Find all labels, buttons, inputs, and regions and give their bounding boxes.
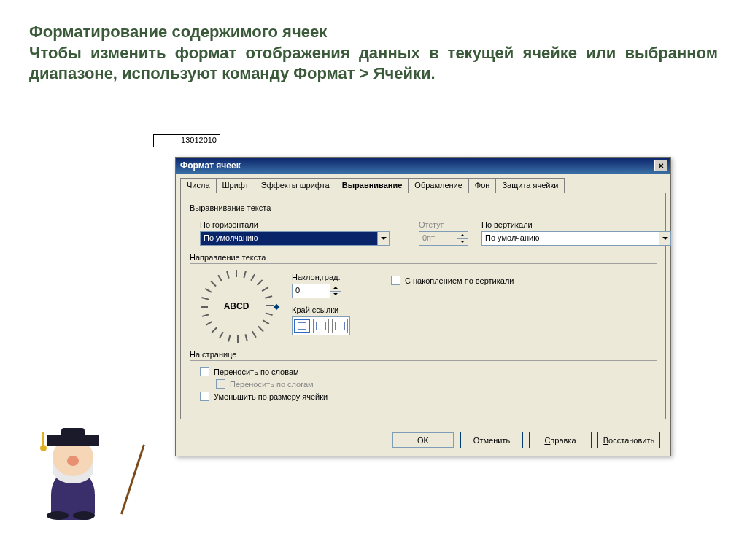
ref-edge-icon-1[interactable] bbox=[294, 319, 310, 333]
stepper-down-icon[interactable] bbox=[330, 292, 341, 298]
group-on-page: На странице Переносить по словам Перенос… bbox=[190, 350, 657, 401]
dropdown-value: По умолчанию bbox=[201, 232, 377, 245]
checkbox-stacked[interactable] bbox=[391, 276, 400, 285]
tab-panel-alignment: Выравнивание текста По горизонтали По ум… bbox=[180, 192, 666, 419]
tab-bar: Числа Шрифт Эффекты шрифта Выравнивание … bbox=[176, 174, 670, 192]
dropdown-vertical[interactable]: По умолчанию bbox=[481, 231, 671, 246]
rotation-dial[interactable]: ABCD bbox=[200, 270, 273, 343]
dialog-button-row: OK Отменить Справка Восстановить bbox=[176, 424, 670, 456]
label-reference-edge: Край ссылки bbox=[292, 306, 350, 314]
tab-protection[interactable]: Защита ячейки bbox=[495, 178, 565, 192]
dropdown-horizontal[interactable]: По умолчанию bbox=[200, 231, 390, 246]
stepper-up-icon[interactable] bbox=[330, 284, 341, 292]
ok-button[interactable]: OK bbox=[392, 432, 454, 448]
stepper-up-icon bbox=[457, 232, 468, 239]
ref-edge-icon-2[interactable] bbox=[313, 319, 329, 333]
dialog-title: Формат ячеек bbox=[180, 160, 241, 171]
group-text-alignment: Выравнивание текста По горизонтали По ум… bbox=[190, 203, 657, 246]
chevron-down-icon[interactable] bbox=[659, 232, 670, 245]
cancel-button[interactable]: Отменить bbox=[460, 432, 523, 448]
label-indent: Отступ bbox=[419, 220, 468, 229]
tab-borders[interactable]: Обрамление bbox=[408, 178, 469, 192]
tab-alignment[interactable]: Выравнивание bbox=[336, 178, 409, 193]
spinner-value: 0пт bbox=[419, 232, 457, 245]
group-label: Направление текста bbox=[190, 253, 657, 263]
spinner-value: 0 bbox=[293, 284, 330, 298]
group-label: Выравнивание текста bbox=[190, 203, 657, 214]
spinner-angle[interactable]: 0 bbox=[292, 284, 341, 298]
reset-button[interactable]: Восстановить bbox=[597, 432, 660, 448]
checkbox-hyphenate bbox=[216, 379, 225, 389]
spreadsheet-cell[interactable]: 13012010 bbox=[153, 134, 220, 147]
dropdown-value: По умолчанию bbox=[482, 232, 659, 245]
label-shrink: Уменьшить по размеру ячейки bbox=[214, 392, 328, 401]
dial-indicator-icon bbox=[274, 304, 279, 310]
label-angle: Наклон,град. bbox=[292, 273, 350, 281]
checkbox-shrink[interactable] bbox=[200, 392, 209, 401]
professor-illustration bbox=[22, 396, 124, 520]
help-button[interactable]: Справка bbox=[529, 432, 592, 448]
ref-edge-icon-3[interactable] bbox=[332, 319, 348, 333]
format-cells-dialog: Формат ячеек ✕ Числа Шрифт Эффекты шрифт… bbox=[175, 157, 671, 456]
label-hyphenate: Переносить по слогам bbox=[230, 380, 314, 389]
dialog-titlebar[interactable]: Формат ячеек ✕ bbox=[176, 158, 670, 174]
dial-text: ABCD bbox=[224, 301, 249, 311]
slide-title: Форматирование содержимого ячеекЧтобы из… bbox=[29, 22, 718, 85]
label-stacked: С накоплением по вертикали bbox=[405, 276, 514, 285]
tab-background[interactable]: Фон bbox=[468, 178, 497, 192]
label-vertical: По вертикали bbox=[481, 220, 657, 229]
tab-font[interactable]: Шрифт bbox=[216, 178, 255, 192]
tab-font-effects[interactable]: Эффекты шрифта bbox=[255, 178, 336, 192]
checkbox-wrap[interactable] bbox=[200, 367, 209, 376]
label-wrap: Переносить по словам bbox=[214, 368, 299, 376]
group-label: На странице bbox=[190, 350, 657, 360]
chevron-down-icon[interactable] bbox=[377, 232, 389, 245]
label-horizontal: По горизонтали bbox=[200, 220, 406, 229]
tab-numbers[interactable]: Числа bbox=[180, 178, 217, 192]
reference-edge-picker[interactable] bbox=[292, 316, 350, 335]
close-icon[interactable]: ✕ bbox=[654, 160, 667, 171]
spinner-indent: 0пт bbox=[419, 231, 468, 246]
stepper-down-icon bbox=[457, 239, 468, 246]
group-text-direction: Направление текста ABCD Наклон,град. 0 bbox=[190, 253, 657, 343]
